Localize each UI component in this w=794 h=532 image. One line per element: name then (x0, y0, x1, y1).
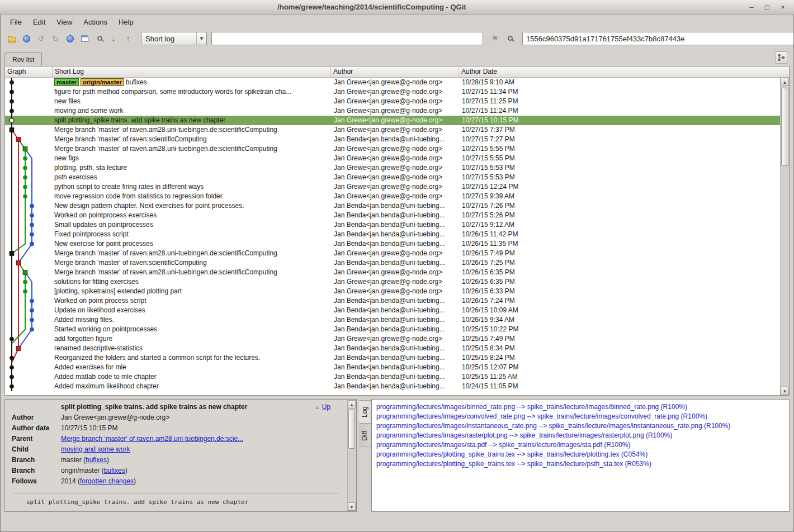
commit-row[interactable]: solutions for fitting exercises Jan Grew… (5, 277, 780, 287)
commit-row[interactable]: Small updates on pointprocesses Jan Bend… (5, 220, 780, 230)
detail-title: split plotting_spike trains. add spike t… (12, 402, 346, 412)
menu-edit[interactable]: Edit (27, 16, 51, 28)
open-repository-button[interactable] (4, 31, 19, 46)
commit-row[interactable]: Added exercises for mle Jan Benda<jan.be… (5, 363, 780, 372)
file-rename-entry[interactable]: programming/lectures/images/convolved_ra… (376, 412, 784, 421)
commit-row[interactable]: split plotting_spike trains. add spike t… (5, 116, 780, 125)
scroll-down-arrow-icon[interactable]: ▼ (781, 387, 789, 395)
commit-row[interactable]: Started working on pointprocesses Jan Be… (5, 325, 780, 334)
detail-field-link[interactable]: bufixes (104, 466, 125, 476)
detail-scrollbar[interactable]: ▲ ▼ (347, 400, 356, 511)
menu-view[interactable]: View (51, 16, 78, 28)
detail-scroll-down-icon[interactable]: ▼ (348, 502, 356, 511)
column-header-author-date[interactable]: Author Date (459, 66, 789, 77)
find-button[interactable] (92, 31, 106, 46)
commit-row[interactable]: Update on likelihood exercises Jan Benda… (5, 306, 780, 315)
tree-view-button[interactable] (775, 51, 787, 64)
tab-diff[interactable]: Diff (359, 425, 371, 447)
commit-row[interactable]: Merge branch 'master' of raven:scientifi… (5, 258, 780, 268)
commit-subject-text: move regression code from statistics to … (54, 192, 223, 200)
commit-subject: Merge branch 'master' of raven.am28.uni-… (53, 144, 331, 154)
commit-row[interactable]: Merge branch 'master' of raven.am28.uni-… (5, 249, 780, 258)
commit-subject: figure for psth method comparsion, some … (53, 87, 331, 97)
graph-cell (5, 363, 53, 372)
table-scrollbar-thumb[interactable] (781, 88, 788, 166)
regex-search-button[interactable] (502, 31, 517, 46)
commit-author: Jan Benda<jan.benda@uni-tuebing... (331, 344, 459, 353)
minimize-button[interactable]: – (744, 2, 759, 13)
file-rename-entry[interactable]: programming/lectures/images/sta.pdf --> … (376, 440, 784, 450)
file-rename-entry[interactable]: programming/lectures/plotting_spike_trai… (376, 459, 784, 469)
commit-row[interactable]: Worked on pointprocess exercises Jan Ben… (5, 211, 780, 220)
commit-row[interactable]: [plotting, spiketrains] extended plottin… (5, 287, 780, 296)
commit-row[interactable]: moving and some work Jan Grewe<jan.grewe… (5, 106, 780, 116)
detail-scrollbar-thumb[interactable] (348, 410, 355, 449)
commit-row[interactable]: plotting, psth, sta lecture Jan Grewe<ja… (5, 163, 780, 173)
detail-field-link[interactable]: Merge branch 'master' of raven.am28.uni-… (61, 434, 243, 444)
close-button[interactable]: × (775, 2, 791, 13)
detail-field-link[interactable]: bufixes (86, 455, 107, 466)
menu-file[interactable]: File (4, 16, 27, 28)
file-rename-entry[interactable]: programming/lectures/images/binned_rate.… (376, 402, 784, 412)
detail-scroll-up-icon[interactable]: ▲ (348, 400, 356, 408)
file-rename-entry[interactable]: programming/lectures/images/rasterplot.p… (376, 431, 784, 440)
commit-row[interactable]: psth exercises Jan Grewe<jan.grewe@g-nod… (5, 173, 780, 182)
home-button[interactable] (19, 31, 34, 46)
back-button[interactable]: ↺ (34, 31, 48, 46)
commit-row[interactable]: Merge branch 'master' of raven:scientifi… (5, 135, 780, 144)
highlight-flag-button[interactable]: ⚑ (488, 31, 502, 46)
graph-cell (5, 135, 53, 144)
forward-button[interactable]: ↻ (48, 31, 63, 46)
file-rename-entry[interactable]: programming/lectures/images/instantaneou… (376, 421, 784, 431)
commit-row[interactable]: figure for psth method comparsion, some … (5, 87, 780, 97)
commit-row[interactable]: Worked on point process script Jan Benda… (5, 296, 780, 306)
tab-log[interactable]: Log (359, 400, 371, 424)
commit-row[interactable]: move regression code from statistics to … (5, 192, 780, 201)
menu-help[interactable]: Help (113, 16, 139, 28)
go-up-button[interactable]: ↑ (121, 31, 135, 46)
commit-subject-text: Added missing files. (54, 316, 114, 324)
commit-author: Jan Grewe<jan.grewe@g-node.org> (331, 192, 459, 201)
filter-input[interactable] (211, 32, 483, 45)
column-header-author[interactable]: Author (331, 66, 459, 77)
toggle-view-button[interactable] (77, 31, 92, 46)
commit-row[interactable]: Merge branch 'master' of raven.am28.uni-… (5, 125, 780, 135)
log-view-combo[interactable]: Short log ▼ (141, 32, 207, 45)
commit-row[interactable]: python script to create firing rates in … (5, 182, 780, 192)
commit-row[interactable]: new figs Jan Grewe<jan.grewe@g-node.org>… (5, 154, 780, 163)
go-down-button[interactable]: ↓ (106, 31, 121, 46)
maximize-button[interactable]: □ (759, 2, 775, 13)
commit-row[interactable]: add forgotten figure Jan Grewe<jan.grewe… (5, 334, 780, 344)
file-rename-entry[interactable]: programming/lectures/plotting_spike_trai… (376, 450, 784, 459)
menu-actions[interactable]: Actions (78, 16, 113, 28)
commit-row[interactable]: Added matlab code to mle chapter Jan Ben… (5, 372, 780, 382)
tab-rev-list[interactable]: Rev list (4, 53, 42, 66)
view-mode-button[interactable] (63, 31, 77, 46)
sha-input[interactable] (522, 32, 794, 45)
column-header-graph[interactable]: Graph (5, 66, 53, 77)
commit-date: 10/27/15 7:27 PM (459, 135, 780, 144)
commit-subject: New exercise for point processes (53, 239, 331, 249)
scroll-up-arrow-icon[interactable]: ▲ (781, 78, 789, 86)
commit-row[interactable]: Merge branch 'master' of raven.am28.uni-… (5, 144, 780, 154)
graph-cell (5, 78, 53, 87)
commit-row[interactable]: masterorigin/masterbufixes Jan Grewe<jan… (5, 78, 780, 87)
commit-row[interactable]: Added missing files. Jan Benda<jan.benda… (5, 315, 780, 325)
commit-row[interactable]: Reorganized the folders and started a co… (5, 353, 780, 363)
graph-cell (5, 201, 53, 211)
menubar: File Edit View Actions Help (0, 15, 794, 29)
commit-subject: plotting, psth, sta lecture (53, 163, 331, 173)
commit-row[interactable]: Merge branch 'master' of raven.am28.uni-… (5, 268, 780, 277)
commit-row[interactable]: New exercise for point processes Jan Ben… (5, 239, 780, 249)
commit-row[interactable]: new files Jan Grewe<jan.grewe@g-node.org… (5, 97, 780, 106)
commit-row[interactable]: Fixed pointprocess script Jan Benda<jan.… (5, 230, 780, 239)
detail-field-link[interactable]: forgotten changes (80, 476, 134, 487)
commit-row[interactable]: Added maximum likelihood chapter Jan Ben… (5, 382, 780, 391)
commit-row[interactable]: New design pattern chapter. Next exercis… (5, 201, 780, 211)
table-scrollbar[interactable]: ▲ ▼ (780, 78, 789, 395)
commit-author: Jan Grewe<jan.grewe@g-node.org> (331, 163, 459, 173)
column-header-short-log[interactable]: Short Log (53, 66, 331, 77)
commit-row[interactable]: renamed descriptive-statistics Jan Benda… (5, 344, 780, 353)
up-link[interactable]: ▲Up (314, 402, 330, 412)
detail-field-link[interactable]: moving and some work (61, 444, 130, 455)
